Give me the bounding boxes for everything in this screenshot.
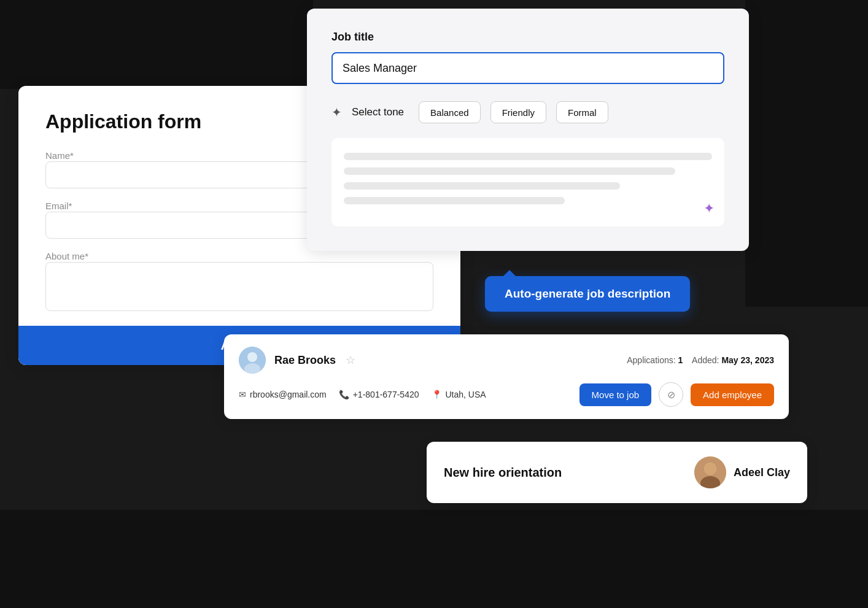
name-label: Name* — [45, 150, 74, 161]
about-textarea[interactable] — [45, 262, 433, 311]
added-label: Added: — [692, 355, 719, 365]
candidate-meta: Applications: 1 Added: May 23, 2023 — [627, 355, 774, 365]
job-title-label: Job title — [331, 31, 724, 44]
tone-balanced-button[interactable]: Balanced — [419, 101, 481, 123]
added-date: May 23, 2023 — [721, 355, 774, 365]
tone-magic-icon: ✦ — [331, 105, 342, 120]
phone-icon: 📞 — [339, 390, 349, 399]
tone-friendly-button[interactable]: Friendly — [490, 101, 546, 123]
star-icon[interactable]: ☆ — [346, 353, 355, 367]
tone-label: Select tone — [352, 106, 404, 118]
svg-point-1 — [247, 352, 257, 362]
email-icon: ✉ — [239, 390, 246, 399]
dark-overlay-top — [0, 0, 313, 89]
skeleton-line-3 — [344, 182, 620, 190]
auto-generate-label: Auto-generate job description — [505, 287, 670, 300]
candidate-location: Utah, USA — [446, 390, 486, 399]
skeleton-preview-box: ✦ — [331, 138, 724, 226]
phone-info: 📞 +1-801-677-5420 — [339, 390, 419, 399]
candidate-bottom-row: ✉ rbrooks@gmail.com 📞 +1-801-677-5420 📍 … — [239, 382, 774, 407]
job-title-card: Job title ✦ Select tone Balanced Friendl… — [307, 9, 749, 251]
candidate-avatar — [239, 347, 266, 374]
block-icon: ⊘ — [667, 389, 675, 401]
new-hire-person-name: Adeel Clay — [734, 466, 790, 479]
email-info: ✉ rbrooks@gmail.com — [239, 390, 327, 399]
location-info: 📍 Utah, USA — [432, 390, 486, 399]
applications-count: 1 — [678, 355, 683, 365]
new-hire-title: New hire orientation — [444, 466, 562, 480]
svg-point-6 — [704, 463, 716, 475]
new-hire-person: Adeel Clay — [694, 456, 790, 488]
new-hire-card: New hire orientation Adeel Clay — [427, 442, 807, 503]
candidate-top-row: Rae Brooks ☆ Applications: 1 Added: May … — [239, 347, 774, 374]
email-label: Email* — [45, 201, 72, 211]
tone-formal-button[interactable]: Formal — [556, 101, 608, 123]
sparkle-icon: ✦ — [703, 201, 715, 217]
skeleton-line-1 — [344, 153, 712, 160]
candidate-name: Rae Brooks — [274, 354, 336, 367]
candidate-info-left: Rae Brooks ☆ — [239, 347, 355, 374]
about-label: About me* — [45, 251, 88, 261]
tone-row: ✦ Select tone Balanced Friendly Formal — [331, 101, 724, 123]
dark-overlay-right — [745, 0, 868, 307]
job-title-input[interactable] — [331, 52, 724, 84]
new-hire-avatar — [694, 456, 726, 488]
dark-overlay-bottom — [0, 510, 868, 608]
candidate-card: Rae Brooks ☆ Applications: 1 Added: May … — [224, 334, 789, 419]
candidate-actions: Move to job ⊘ Add employee — [579, 382, 774, 407]
applications-label: Applications: — [627, 355, 675, 365]
add-employee-button[interactable]: Add employee — [691, 383, 774, 406]
candidate-phone: +1-801-677-5420 — [353, 390, 419, 399]
location-icon: 📍 — [432, 390, 442, 399]
block-button[interactable]: ⊘ — [659, 382, 683, 407]
candidate-email: rbrooks@gmail.com — [250, 390, 327, 399]
move-to-job-button[interactable]: Move to job — [579, 383, 652, 406]
auto-generate-tooltip[interactable]: Auto-generate job description — [485, 276, 690, 312]
skeleton-line-4 — [344, 197, 565, 204]
skeleton-line-2 — [344, 167, 675, 175]
